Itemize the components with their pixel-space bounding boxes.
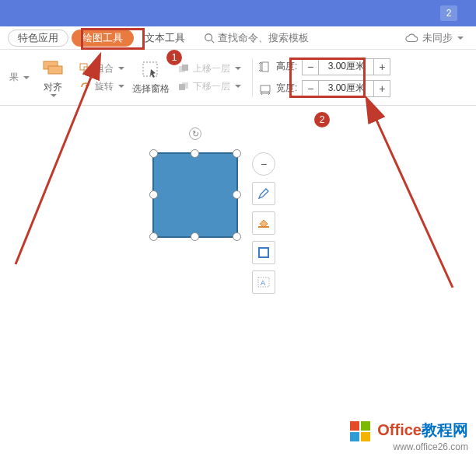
bring-forward-button: 上移一层 — [177, 62, 241, 75]
search-box[interactable]: 查找命令、搜索模板 — [204, 31, 309, 45]
height-input[interactable] — [319, 58, 373, 75]
height-icon — [259, 61, 271, 73]
svg-rect-16 — [259, 248, 268, 257]
watermark-url: www.office26.com — [350, 441, 468, 452]
svg-point-0 — [205, 33, 212, 40]
send-backward-icon — [177, 81, 190, 92]
send-backward-button: 下移一层 — [177, 80, 241, 93]
resize-handle-nw[interactable] — [149, 149, 158, 158]
tab-text-tools[interactable]: 文本工具 — [137, 30, 193, 46]
search-placeholder: 查找命令、搜索模板 — [218, 31, 309, 45]
logo-icon — [350, 421, 370, 441]
align-button[interactable]: 对齐 — [31, 54, 75, 101]
height-minus-button[interactable]: − — [302, 58, 319, 75]
width-label: 宽度: — [276, 82, 297, 95]
resize-handle-n[interactable] — [191, 149, 199, 158]
svg-rect-10 — [179, 84, 185, 90]
text-icon: A — [257, 275, 271, 289]
canvas-area[interactable]: ↻ − A Office教程网 — [0, 106, 476, 457]
resize-handle-w[interactable] — [149, 190, 158, 199]
window-count-badge: 2 — [440, 5, 457, 21]
outline-tool-button[interactable] — [252, 241, 275, 264]
svg-rect-3 — [48, 66, 62, 74]
text-tool-button[interactable]: A — [252, 270, 275, 294]
rotate-icon — [79, 81, 92, 92]
sync-button[interactable]: 未同步 — [405, 31, 464, 45]
selection-pane-icon — [140, 60, 162, 80]
shape-quick-tools: − A — [252, 152, 275, 294]
resize-handle-s[interactable] — [191, 232, 199, 241]
search-icon — [204, 33, 215, 44]
watermark-brand-blue: 教程网 — [422, 421, 468, 438]
tab-bar: 特色应用 绘图工具 文本工具 查找命令、搜索模板 未同步 — [0, 26, 476, 50]
ribbon-toolbar: 果 对齐 组合 旋转 选择窗格 上移一层 下移一层 高度: — [0, 50, 476, 106]
chevron-down-icon — [457, 37, 464, 40]
width-spinner: − + — [302, 80, 390, 97]
tab-special-app[interactable]: 特色应用 — [8, 30, 68, 47]
rotate-handle[interactable]: ↻ — [189, 127, 201, 140]
bring-forward-icon — [177, 63, 190, 74]
selection-pane-button[interactable]: 选择窗格 — [129, 54, 173, 101]
cloud-icon — [405, 33, 419, 44]
width-icon — [259, 82, 271, 95]
svg-rect-13 — [261, 85, 270, 92]
group-button[interactable]: 组合 — [79, 62, 124, 75]
svg-rect-11 — [262, 62, 268, 72]
resize-handle-sw[interactable] — [149, 232, 158, 241]
fill-tool-button[interactable] — [252, 211, 275, 235]
resize-handle-e[interactable] — [233, 190, 241, 199]
height-plus-button[interactable]: + — [373, 58, 390, 75]
resize-handle-se[interactable] — [233, 232, 241, 241]
pen-tool-button[interactable] — [252, 182, 275, 205]
svg-rect-8 — [182, 65, 188, 71]
size-group: 高度: − + 宽度: − + — [259, 58, 390, 97]
svg-rect-6 — [143, 62, 157, 76]
title-bar: 2 — [0, 0, 476, 26]
width-plus-button[interactable]: + — [373, 80, 390, 97]
align-icon — [42, 58, 64, 78]
effect-button[interactable]: 果 — [9, 71, 26, 84]
separator — [252, 58, 253, 97]
svg-text:A: A — [261, 279, 265, 287]
resize-handle-ne[interactable] — [233, 149, 241, 158]
watermark: Office教程网 www.office26.com — [350, 420, 468, 452]
group-icon — [79, 63, 92, 74]
tab-drawing-tools[interactable]: 绘图工具 — [72, 30, 134, 47]
chevron-down-icon — [51, 94, 57, 97]
pen-icon — [257, 187, 271, 201]
height-label: 高度: — [276, 60, 297, 73]
collapse-tools-button[interactable]: − — [252, 152, 275, 176]
watermark-brand-orange: Office — [377, 421, 422, 438]
svg-line-1 — [212, 40, 215, 43]
selected-rectangle-shape[interactable]: ↻ — [152, 152, 238, 238]
fill-icon — [257, 216, 271, 230]
width-minus-button[interactable]: − — [302, 80, 319, 97]
outline-icon — [257, 246, 271, 260]
height-spinner: − + — [302, 58, 390, 75]
width-input[interactable] — [319, 80, 373, 97]
sync-label: 未同步 — [422, 31, 453, 45]
rotate-button[interactable]: 旋转 — [79, 80, 124, 93]
